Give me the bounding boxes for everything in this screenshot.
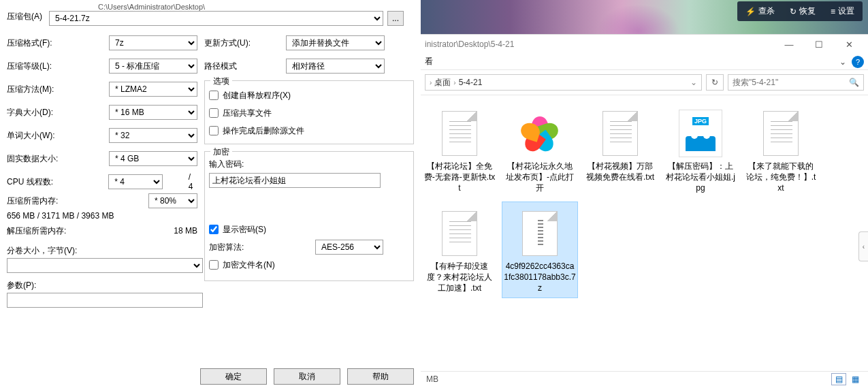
archive-label: 压缩包(A)	[7, 3, 49, 22]
file-item[interactable]: JPG【解压密码】：上村花论坛看小姐姐.jpg	[663, 102, 738, 198]
7zip-add-dialog: 压缩包(A) C:\Users\Administrator\Desktop\ 5…	[0, 0, 421, 386]
minimize-button[interactable]: —	[774, 35, 804, 54]
dict-select[interactable]: * 16 MB	[109, 105, 197, 120]
pinwheel-icon	[520, 114, 560, 153]
password-input[interactable]	[209, 173, 381, 188]
chevron-right-icon: ›	[453, 79, 455, 86]
cpu-label: CPU 线程数:	[7, 176, 108, 188]
update-select[interactable]: 添加并替换文件	[286, 35, 385, 50]
file-name: 【有种子却没速度？来村花论坛人工加速】.txt	[423, 261, 496, 294]
file-item[interactable]: 【村花视频】万部视频免费在线看.txt	[583, 102, 658, 198]
file-name: 【村花视频】万部视频免费在线看.txt	[584, 161, 656, 182]
archive-file-icon	[522, 211, 558, 256]
sfx-label: 创建自释放程序(X)	[223, 90, 291, 101]
cpu-max: / 4	[189, 172, 197, 191]
help-button[interactable]: 帮助	[347, 368, 414, 385]
encrypt-title: 加密	[210, 146, 232, 158]
cpu-select[interactable]: * 4	[108, 174, 163, 189]
txt-file-icon	[442, 211, 477, 256]
view-details-icon[interactable]: ▤	[831, 373, 846, 385]
file-item[interactable]: 【村花论坛永久地址发布页】-点此打开	[502, 102, 577, 198]
cancel-button[interactable]: 取消	[274, 368, 340, 385]
restore-button[interactable]: ↻恢复	[783, 3, 822, 20]
enc-method-label: 加密算法:	[209, 242, 311, 253]
chevron-down-icon[interactable]: ⌄	[690, 78, 697, 87]
file-item[interactable]: 【来了就能下载的论坛，纯免费！】.txt	[743, 102, 818, 198]
delete-label: 操作完成后删除源文件	[223, 125, 304, 137]
settings-button[interactable]: ≡设置	[824, 3, 861, 20]
pathmode-select[interactable]: 相对路径	[286, 59, 385, 74]
compress-mem-value: 656 MB / 3171 MB / 3963 MB	[7, 211, 114, 221]
ok-button[interactable]: 确定	[200, 368, 267, 385]
solid-label: 固实数据大小:	[7, 153, 109, 165]
method-select[interactable]: * LZMA2	[109, 82, 197, 97]
ribbon-chevron-icon[interactable]: ⌄	[839, 57, 846, 67]
crumb-desktop[interactable]: 桌面	[434, 77, 451, 89]
breadcrumb[interactable]: › 桌面 › 5-4-21 ⌄	[425, 74, 702, 91]
encrypt-group: 加密 输入密码: 显示密码(S) 加密算法:AES-256 加密文件名(N)	[204, 151, 414, 281]
desktop-wallpaper: ⚡查杀 ↻恢复 ≡设置	[421, 0, 868, 34]
file-name: 【村花论坛】全免费-无套路-更新快.txt	[423, 161, 496, 194]
explorer-window: inistrator\Desktop\5-4-21 — ☐ ✕ 看 ⌄ ? › …	[421, 34, 868, 386]
pathmode-label: 路径模式	[204, 61, 286, 72]
chevron-right-icon: ›	[430, 79, 432, 86]
mem-pct-select[interactable]: * 80%	[148, 193, 197, 208]
txt-file-icon	[442, 111, 477, 156]
split-select[interactable]	[7, 258, 203, 273]
file-item[interactable]: 【有种子却没速度？来村花论坛人工加速】.txt	[422, 202, 497, 298]
share-checkbox[interactable]	[209, 108, 219, 118]
security-tray: ⚡查杀 ↻恢复 ≡设置	[737, 1, 863, 21]
archive-filename-select[interactable]: 5-4-21.7z	[49, 11, 383, 26]
close-button[interactable]: ✕	[834, 35, 864, 54]
help-icon[interactable]: ?	[852, 56, 864, 68]
file-name: 【村花论坛永久地址发布页】-点此打开	[504, 161, 576, 194]
enc-method-select[interactable]: AES-256	[315, 240, 383, 255]
jpg-file-icon: JPG	[679, 110, 722, 157]
search-input[interactable]	[733, 78, 849, 87]
compress-mem-label: 压缩所需内存:	[7, 195, 106, 207]
format-label: 压缩格式(F):	[7, 37, 109, 49]
file-item[interactable]: 4c9f9262cc4363ca1fc3801178abb3c.7z	[502, 202, 577, 298]
sfx-checkbox[interactable]	[209, 91, 219, 100]
split-label: 分卷大小，字节(V):	[7, 245, 197, 257]
settings-icon: ≡	[831, 7, 835, 16]
share-label: 压缩共享文件	[223, 108, 272, 119]
txt-file-icon	[602, 111, 638, 156]
enc-names-label: 加密文件名(N)	[223, 259, 275, 271]
param-input[interactable]	[7, 293, 203, 308]
view-large-icon[interactable]: ▦	[848, 373, 863, 385]
archive-path: C:\Users\Administrator\Desktop\	[49, 3, 414, 11]
decompress-mem-label: 解压缩所需内存:	[7, 225, 106, 237]
level-select[interactable]: 5 - 标准压缩	[109, 59, 197, 74]
method-label: 压缩方法(M):	[7, 84, 109, 95]
param-label: 参数(P):	[7, 280, 197, 291]
show-password-checkbox[interactable]	[209, 225, 219, 234]
maximize-button[interactable]: ☐	[804, 35, 834, 54]
preview-pane-handle[interactable]: ‹	[858, 231, 868, 261]
file-item[interactable]: 【村花论坛】全免费-无套路-更新快.txt	[422, 102, 497, 198]
word-label: 单词大小(W):	[7, 130, 109, 142]
file-name: 4c9f9262cc4363ca1fc3801178abb3c.7z	[504, 261, 576, 294]
word-select[interactable]: * 32	[109, 128, 197, 143]
scan-button[interactable]: ⚡查杀	[739, 3, 782, 20]
update-label: 更新方式(U):	[204, 37, 286, 49]
crumb-folder[interactable]: 5-4-21	[459, 78, 483, 87]
refresh-button[interactable]: ↻	[706, 74, 724, 91]
status-text: MB	[426, 374, 438, 384]
format-select[interactable]: 7z	[109, 35, 197, 50]
browse-button[interactable]: ...	[387, 11, 404, 26]
search-box[interactable]: 🔍	[728, 74, 864, 91]
decompress-mem-value: 18 MB	[106, 226, 197, 236]
options-group: 选项 创建自释放程序(X) 压缩共享文件 操作完成后删除源文件	[204, 80, 414, 144]
lightning-icon: ⚡	[745, 7, 756, 16]
menu-item-view[interactable]: 看	[425, 56, 433, 67]
restore-icon: ↻	[790, 7, 797, 16]
txt-file-icon	[763, 111, 799, 156]
solid-select[interactable]: * 4 GB	[109, 151, 197, 166]
password-label: 输入密码:	[209, 157, 409, 173]
options-title: 选项	[210, 76, 232, 87]
search-icon[interactable]: 🔍	[849, 78, 859, 87]
show-password-label: 显示密码(S)	[223, 224, 266, 236]
delete-checkbox[interactable]	[209, 126, 219, 135]
enc-names-checkbox[interactable]	[209, 260, 219, 270]
